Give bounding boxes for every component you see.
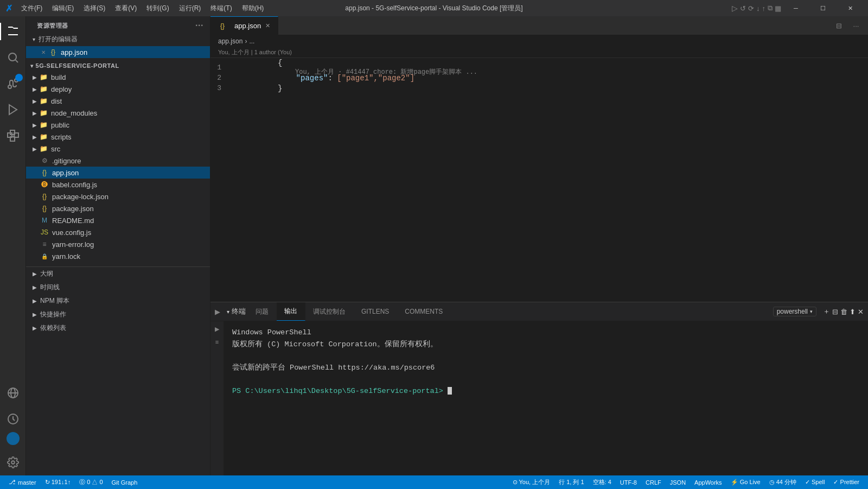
timer-status[interactable]: ◷ 44 分钟: [765, 475, 801, 489]
file-readme[interactable]: M README.md: [26, 214, 210, 226]
panel-tab-gitlens[interactable]: GITLENS: [354, 302, 397, 321]
file-package-lock[interactable]: {} package-lock.json: [26, 190, 210, 202]
avatar[interactable]: [7, 432, 20, 445]
deps-section[interactable]: ▶ 依赖列表: [26, 321, 210, 335]
menu-select[interactable]: 选择(S): [79, 3, 110, 14]
tab-app-json[interactable]: {} app.json ✕: [210, 16, 278, 35]
panel-toggle-button[interactable]: ▶: [210, 302, 225, 321]
split-terminal-button[interactable]: ⊟: [832, 308, 838, 316]
golive-status[interactable]: ⚡ Go Live: [726, 475, 765, 489]
source-control-icon[interactable]: [0, 71, 26, 97]
folder-scripts[interactable]: ▶ 📁 scripts: [26, 131, 210, 143]
split-editor-button[interactable]: ⧉: [768, 4, 773, 12]
open-editor-item[interactable]: ✕ {} app.json: [26, 46, 210, 58]
appworks-status[interactable]: AppWorks: [690, 475, 726, 489]
explorer-icon[interactable]: [0, 18, 26, 45]
debug-icon[interactable]: [0, 97, 26, 123]
file-app-json[interactable]: {} app.json: [26, 167, 210, 179]
author-status[interactable]: ⊙ You, 上个月: [508, 475, 555, 489]
file-babel-config[interactable]: 🅑 babel.config.js: [26, 179, 210, 190]
encoding-status[interactable]: UTF-8: [616, 475, 641, 489]
file-yarn-error[interactable]: ≡ yarn-error.log: [26, 238, 210, 250]
spaces-status[interactable]: 空格: 4: [589, 475, 616, 489]
sync-status[interactable]: ↻ 191↓1↑: [41, 475, 75, 489]
timeline-chevron: ▶: [33, 284, 37, 290]
deps-chevron: ▶: [33, 325, 37, 331]
folder-deploy[interactable]: ▶ 📁 deploy: [26, 83, 210, 95]
search-icon[interactable]: [0, 45, 26, 71]
kill-terminal-button[interactable]: 🗑: [840, 308, 847, 316]
folder-build[interactable]: ▶ 📁 build: [26, 71, 210, 83]
terminal-chevron[interactable]: ▾: [227, 309, 229, 315]
terminal-sidebar-btn-2[interactable]: ≡: [212, 336, 222, 347]
log-file-icon: ≡: [40, 240, 49, 249]
close-button[interactable]: ✕: [838, 0, 863, 16]
layout-button[interactable]: ▦: [775, 4, 781, 12]
tab-close-button[interactable]: ✕: [265, 22, 270, 29]
line-ending-status[interactable]: CRLF: [641, 475, 666, 489]
menu-edit[interactable]: 编辑(E): [48, 3, 78, 14]
file-gitignore[interactable]: ⚙ .gitignore: [26, 155, 210, 167]
settings-icon[interactable]: [0, 449, 26, 475]
panel-tab-problems[interactable]: 问题: [248, 302, 277, 321]
timeline-section[interactable]: ▶ 时间线: [26, 281, 210, 294]
npm-scripts-section[interactable]: ▶ NPM 脚本: [26, 294, 210, 308]
branch-status[interactable]: ⎇ master: [4, 475, 41, 489]
file-package-json[interactable]: {} package.json: [26, 202, 210, 214]
git-graph-status[interactable]: Git Graph: [107, 475, 142, 489]
split-right-button[interactable]: ⊟: [831, 18, 846, 33]
shell-selector[interactable]: powershell ▾: [773, 307, 816, 316]
code-editor[interactable]: 1 { You, 上个月 · #41447 chore: 新增page脚手架脚本…: [210, 58, 868, 302]
prettier-status[interactable]: ✓ Prettier: [829, 475, 864, 489]
step-over-button[interactable]: ⟳: [748, 4, 754, 12]
open-editors-section: ▾ 打开的编辑器 ✕ {} app.json: [26, 33, 210, 58]
step-out-button[interactable]: ↑: [762, 4, 766, 12]
close-editor-icon[interactable]: ✕: [41, 49, 46, 55]
minimize-button[interactable]: ─: [783, 0, 808, 16]
panel-tab-output[interactable]: 输出: [277, 302, 305, 321]
menu-goto[interactable]: 转到(G): [142, 3, 173, 14]
terminal-content[interactable]: Windows PowerShell 版权所有 (C) Microsoft Co…: [224, 321, 868, 475]
timeline-icon[interactable]: [0, 406, 26, 432]
menu-run[interactable]: 运行(R): [175, 3, 206, 14]
menu-terminal[interactable]: 终端(T): [206, 3, 236, 14]
errors-status[interactable]: ⓪ 0 △ 0: [75, 475, 107, 489]
shortcuts-section[interactable]: ▶ 快捷操作: [26, 308, 210, 321]
maximize-button[interactable]: ☐: [810, 0, 835, 16]
sidebar-more-button[interactable]: ···: [195, 21, 203, 30]
language-status[interactable]: JSON: [666, 475, 690, 489]
panel-close-button[interactable]: ✕: [858, 308, 864, 316]
folder-src[interactable]: ▶ 📁 src: [26, 143, 210, 155]
folder-dist[interactable]: ▶ 📁 dist: [26, 95, 210, 107]
restart-button[interactable]: ↺: [740, 4, 746, 12]
menu-help[interactable]: 帮助(H): [238, 3, 269, 14]
extensions-icon[interactable]: [0, 123, 26, 149]
step-into-button[interactable]: ↓: [756, 4, 760, 12]
position-status[interactable]: 行 1, 列 1: [554, 475, 588, 489]
remote-icon[interactable]: [0, 380, 26, 406]
menu-file[interactable]: 文件(F): [17, 3, 47, 14]
panel-tab-debug[interactable]: 调试控制台: [305, 302, 354, 321]
project-root[interactable]: ▾ 5G-SELFSERVICE-PORTAL: [26, 60, 210, 71]
panel-tab-comments[interactable]: COMMENTS: [397, 302, 451, 321]
project-name-label: 5G-SELFSERVICE-PORTAL: [36, 62, 119, 69]
spell-text: ✓ Spell: [805, 479, 825, 486]
file-yarn-lock[interactable]: 🔒 yarn.lock: [26, 250, 210, 262]
run-button[interactable]: ▷: [732, 4, 738, 12]
menu-view[interactable]: 查看(V): [111, 3, 141, 14]
spell-status[interactable]: ✓ Spell: [801, 475, 829, 489]
breadcrumb-more[interactable]: ...: [249, 37, 254, 45]
more-actions-button[interactable]: ···: [848, 18, 864, 33]
file-vue-config[interactable]: JS vue.config.js: [26, 226, 210, 238]
folder-node-modules[interactable]: ▶ 📁 node_modules: [26, 107, 210, 119]
folder-public[interactable]: ▶ 📁 public: [26, 119, 210, 131]
yarn-file-icon: 🔒: [40, 252, 49, 261]
breadcrumb-file[interactable]: app.json: [218, 37, 242, 45]
terminal-sidebar-btn-1[interactable]: ▶: [212, 323, 222, 334]
outline-section[interactable]: ▶ 大纲: [26, 267, 210, 281]
outline-chevron: ▶: [33, 271, 37, 277]
add-terminal-button[interactable]: ＋: [823, 307, 830, 316]
open-editors-label[interactable]: ▾ 打开的编辑器: [26, 33, 210, 46]
timeline-label: 时间线: [40, 283, 60, 292]
panel-maximize-button[interactable]: ⬆: [850, 308, 856, 316]
